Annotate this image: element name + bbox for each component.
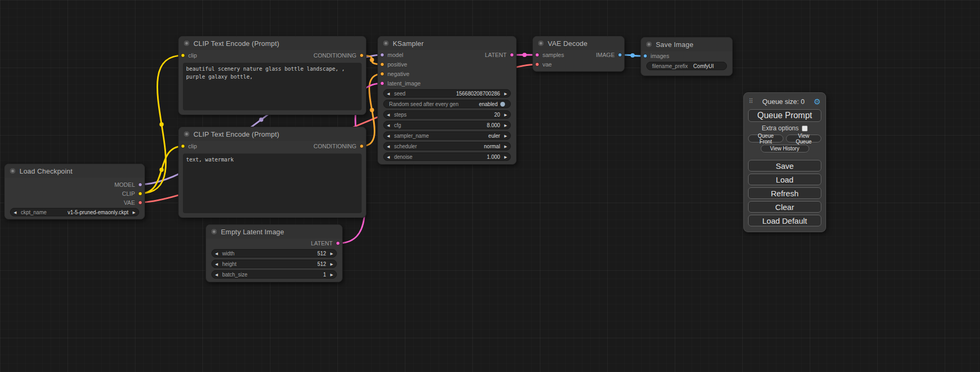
arrow-left-icon[interactable]: ◀ bbox=[215, 252, 218, 255]
clip-input-dot[interactable] bbox=[181, 53, 185, 58]
height-widget[interactable]: ◀ height 512 ▶ bbox=[211, 260, 337, 268]
slot-row: positive bbox=[378, 60, 516, 69]
node-title-bar: KSampler bbox=[378, 36, 516, 50]
vae-input-dot[interactable] bbox=[535, 62, 539, 66]
arrow-right-icon[interactable]: ▶ bbox=[331, 262, 333, 266]
queue-buttons-row: Queue Front View Queue bbox=[748, 135, 821, 142]
node-empty-latent-image[interactable]: Empty Latent Image LATENT ◀ width 512 ▶ … bbox=[206, 224, 343, 282]
model-output-dot[interactable] bbox=[138, 183, 142, 187]
slot-row: images bbox=[641, 51, 732, 61]
slot-label: CONDITIONING bbox=[314, 143, 356, 149]
extra-options-checkbox[interactable] bbox=[802, 126, 808, 131]
arrow-left-icon[interactable]: ◀ bbox=[215, 273, 218, 276]
load-button[interactable]: Load bbox=[748, 174, 821, 185]
arrow-left-icon[interactable]: ◀ bbox=[387, 113, 390, 117]
vae-output-dot[interactable] bbox=[138, 201, 142, 205]
widget-label: Random seed after every gen bbox=[389, 101, 459, 107]
conditioning-output-dot[interactable] bbox=[360, 144, 364, 148]
width-widget[interactable]: ◀ width 512 ▶ bbox=[211, 249, 337, 257]
toggle-dot[interactable] bbox=[500, 102, 505, 107]
clear-button[interactable]: Clear bbox=[748, 201, 821, 213]
images-input-dot[interactable] bbox=[643, 54, 647, 58]
input-slot-vae: vae bbox=[535, 61, 552, 68]
batch-size-widget[interactable]: ◀ batch_size 1 ▶ bbox=[211, 270, 337, 279]
input-slot-clip: clip bbox=[181, 52, 197, 59]
slot-row: samples IMAGE bbox=[533, 50, 624, 60]
arrow-left-icon[interactable]: ◀ bbox=[387, 92, 390, 96]
arrow-right-icon[interactable]: ▶ bbox=[331, 252, 333, 255]
arrow-right-icon[interactable]: ▶ bbox=[504, 92, 507, 96]
node-graph-canvas[interactable]: Load Checkpoint MODEL CLIP VAE ◀ ckpt_na… bbox=[0, 0, 980, 372]
widget-value: 156680208700286 bbox=[456, 91, 500, 97]
arrow-right-icon[interactable]: ▶ bbox=[504, 145, 507, 148]
random-seed-toggle-widget[interactable]: Random seed after every gen enabled bbox=[383, 100, 511, 108]
collapse-dot[interactable] bbox=[211, 229, 217, 234]
widget-value: v1-5-pruned-emaonly.ckpt bbox=[67, 209, 128, 215]
arrow-right-icon[interactable]: ▶ bbox=[504, 123, 507, 127]
node-clip-text-encode-negative[interactable]: CLIP Text Encode (Prompt) clip CONDITION… bbox=[178, 127, 366, 218]
view-history-button[interactable]: View History bbox=[761, 145, 809, 152]
arrow-left-icon[interactable]: ◀ bbox=[14, 211, 16, 214]
refresh-button[interactable]: Refresh bbox=[748, 187, 821, 199]
collapse-dot[interactable] bbox=[10, 168, 15, 174]
output-slot-latent: LATENT bbox=[485, 52, 514, 58]
arrow-left-icon[interactable]: ◀ bbox=[387, 155, 390, 159]
queue-front-button[interactable]: Queue Front bbox=[748, 135, 783, 142]
collapse-dot[interactable] bbox=[383, 41, 389, 46]
filename-prefix-widget[interactable]: filename_prefix ComfyUI bbox=[646, 62, 727, 70]
load-default-button[interactable]: Load Default bbox=[748, 215, 821, 226]
clip-output-dot[interactable] bbox=[138, 192, 142, 196]
save-button[interactable]: Save bbox=[748, 160, 821, 171]
arrow-right-icon[interactable]: ▶ bbox=[504, 113, 507, 117]
queue-prompt-button[interactable]: Queue Prompt bbox=[748, 109, 821, 122]
ckpt-name-widget[interactable]: ◀ ckpt_name v1-5-pruned-emaonly.ckpt ▶ bbox=[10, 208, 139, 216]
denoise-widget[interactable]: ◀ denoise 1.000 ▶ bbox=[383, 152, 511, 161]
steps-widget[interactable]: ◀ steps 20 ▶ bbox=[383, 110, 511, 119]
samples-input-dot[interactable] bbox=[535, 53, 539, 57]
scheduler-widget[interactable]: ◀ scheduler normal ▶ bbox=[383, 142, 511, 150]
node-load-checkpoint[interactable]: Load Checkpoint MODEL CLIP VAE ◀ ckpt_na… bbox=[4, 164, 145, 220]
collapse-dot[interactable] bbox=[184, 131, 189, 137]
cfg-widget[interactable]: ◀ cfg 8.000 ▶ bbox=[383, 121, 511, 129]
arrow-right-icon[interactable]: ▶ bbox=[504, 134, 507, 138]
widget-label: denoise bbox=[394, 154, 412, 160]
conditioning-output-dot[interactable] bbox=[360, 53, 364, 58]
arrow-left-icon[interactable]: ◀ bbox=[387, 145, 390, 148]
seed-widget[interactable]: ◀ seed 156680208700286 ▶ bbox=[383, 89, 511, 98]
arrow-right-icon[interactable]: ▶ bbox=[504, 155, 507, 159]
image-output-dot[interactable] bbox=[618, 53, 622, 57]
node-vae-decode[interactable]: VAE Decode samples IMAGE vae bbox=[532, 36, 625, 72]
arrow-left-icon[interactable]: ◀ bbox=[387, 134, 390, 138]
sampler-name-widget[interactable]: ◀ sampler_name euler ▶ bbox=[383, 131, 511, 140]
model-input-dot[interactable] bbox=[380, 53, 384, 57]
negative-prompt-textarea[interactable]: text, watermark bbox=[183, 154, 362, 213]
latent-output-dot[interactable] bbox=[336, 241, 340, 245]
settings-gear-icon[interactable]: ⚙ bbox=[814, 98, 821, 106]
negative-input-dot[interactable] bbox=[380, 72, 384, 76]
arrow-right-icon[interactable]: ▶ bbox=[133, 211, 135, 214]
node-ksampler[interactable]: KSampler model LATENT positive negative bbox=[377, 36, 517, 165]
latent-image-input-dot[interactable] bbox=[380, 81, 384, 85]
collapse-dot[interactable] bbox=[184, 41, 189, 46]
node-title: VAE Decode bbox=[548, 40, 587, 47]
positive-input-dot[interactable] bbox=[380, 62, 384, 66]
node-save-image[interactable]: Save Image images filename_prefix ComfyU… bbox=[641, 37, 733, 76]
drag-handle-icon[interactable]: ⠿ bbox=[749, 98, 753, 105]
arrow-left-icon[interactable]: ◀ bbox=[387, 123, 390, 127]
collapse-dot[interactable] bbox=[538, 41, 544, 46]
widget-label: filename_prefix bbox=[652, 63, 688, 69]
slot-label: model bbox=[387, 52, 403, 58]
slot-label: CONDITIONING bbox=[314, 52, 356, 59]
widget-label: sampler_name bbox=[394, 133, 429, 139]
output-slot-clip: CLIP bbox=[122, 190, 142, 197]
node-clip-text-encode-positive[interactable]: CLIP Text Encode (Prompt) clip CONDITION… bbox=[178, 36, 366, 115]
arrow-right-icon[interactable]: ▶ bbox=[331, 273, 333, 276]
view-queue-button[interactable]: View Queue bbox=[786, 135, 821, 142]
input-slot-clip: clip bbox=[181, 143, 197, 149]
collapse-dot[interactable] bbox=[646, 42, 652, 47]
clip-input-dot[interactable] bbox=[181, 144, 185, 148]
latent-output-dot[interactable] bbox=[510, 53, 514, 57]
positive-prompt-textarea[interactable]: beautiful scenery nature glass bottle la… bbox=[183, 63, 362, 110]
arrow-left-icon[interactable]: ◀ bbox=[215, 262, 218, 266]
node-title-bar: CLIP Text Encode (Prompt) bbox=[179, 127, 366, 141]
